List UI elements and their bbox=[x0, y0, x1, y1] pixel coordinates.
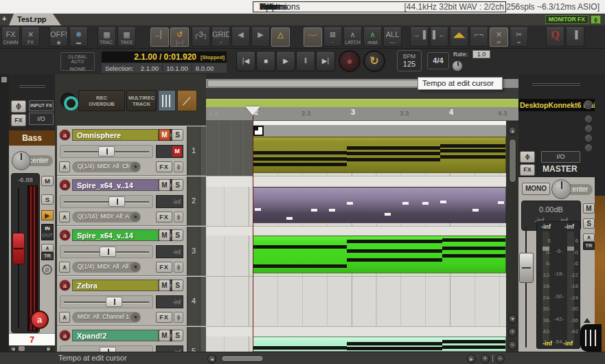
track-input-dropdown[interactable]: Q(1/16): MIDI: All: A▾ bbox=[72, 212, 141, 223]
grouping-disabled-button[interactable]: ／ bbox=[177, 90, 197, 111]
folder-button[interactable]: ∧ bbox=[59, 262, 70, 273]
new-project-tab-button[interactable]: + bbox=[2, 14, 6, 23]
mixer-grip[interactable] bbox=[19, 85, 45, 86]
track-input-dropdown[interactable]: MIDI: All: Channel 1▾ bbox=[72, 312, 141, 323]
master-mute-button[interactable]: M bbox=[583, 203, 595, 214]
record-arm-button[interactable]: a bbox=[59, 330, 71, 341]
move-edit-cursor-button[interactable]: →▏ bbox=[150, 27, 169, 47]
track-solo-button[interactable]: S bbox=[172, 229, 183, 241]
folder-button[interactable]: ∧ bbox=[59, 212, 70, 223]
master-pan-knob[interactable] bbox=[551, 179, 571, 199]
track-mute-button[interactable]: M bbox=[159, 129, 170, 141]
track-mute-button[interactable]: M bbox=[159, 179, 170, 191]
more-tools-button[interactable]: ▐ bbox=[566, 27, 584, 47]
hscroll-left-icon[interactable]: ◀ bbox=[207, 354, 216, 363]
item-properties-icon[interactable] bbox=[253, 126, 264, 136]
fx-chain-button[interactable]: FXCHAIN bbox=[1, 27, 20, 47]
midi-item-xpand[interactable] bbox=[253, 337, 506, 352]
menu-help[interactable]: Help bbox=[253, 1, 506, 12]
hscroll-right-icon[interactable]: ▶ bbox=[467, 354, 476, 363]
zoom-in-icon[interactable]: + bbox=[481, 354, 490, 363]
record-mode-indicator[interactable] bbox=[60, 93, 76, 109]
track-mute-button[interactable]: M bbox=[159, 229, 170, 241]
envelope-move-button[interactable]: ◦–◦ bbox=[304, 27, 322, 47]
track-manager-button[interactable]: ▦TRAC. bbox=[98, 27, 116, 47]
extend-item-left-button[interactable]: →▐ bbox=[410, 27, 429, 47]
master-power-button[interactable]: ϕ bbox=[520, 151, 535, 163]
master-solo-button[interactable]: S bbox=[583, 218, 595, 229]
zoom-out-icon[interactable]: − bbox=[496, 354, 505, 363]
track-fx-button[interactable]: FX bbox=[156, 312, 172, 323]
record-arm-button[interactable]: a bbox=[59, 179, 71, 191]
zoom-in-vertical-icon[interactable]: + bbox=[508, 328, 517, 337]
track-mute-button[interactable]: M bbox=[159, 330, 170, 341]
grid-settings-button[interactable]: GRID○ bbox=[212, 27, 230, 47]
pan-knob[interactable] bbox=[12, 151, 31, 170]
project-tab[interactable]: Test.rpp bbox=[9, 14, 61, 25]
mixer-solo-button[interactable]: S bbox=[41, 194, 54, 205]
dock-handle[interactable] bbox=[1, 77, 7, 82]
fx-bypass-button[interactable]: ϕ bbox=[174, 262, 183, 273]
phase-invert-button[interactable]: ø bbox=[42, 264, 52, 275]
remove-fx-button[interactable]: ✕FX bbox=[21, 27, 40, 47]
record-arm-button[interactable]: a bbox=[59, 280, 71, 291]
fx-bypass-button[interactable]: ϕ bbox=[174, 161, 183, 172]
slider-handle[interactable] bbox=[109, 196, 125, 207]
rate-knob[interactable] bbox=[452, 60, 463, 71]
master-fx-button[interactable]: FX bbox=[520, 164, 535, 176]
fx-bypass-button[interactable]: ϕ bbox=[174, 212, 183, 223]
nav-left-button[interactable]: ◀ bbox=[231, 27, 250, 47]
mixer-mute-button[interactable]: M bbox=[41, 176, 54, 186]
repeat-button[interactable]: ↻ bbox=[363, 50, 385, 72]
freeze-track-button[interactable]: ❄▬ bbox=[69, 27, 88, 47]
automation-latch-button[interactable]: ∧LATCH bbox=[343, 27, 362, 47]
mixer-toggle-icon[interactable] bbox=[580, 324, 602, 352]
track-volume-slider[interactable] bbox=[60, 145, 153, 158]
time-selection-display[interactable]: Selection: 2.1.00 10.1.00 8.0.00 bbox=[102, 63, 227, 73]
send-knob[interactable] bbox=[585, 115, 592, 122]
mixer-power-button[interactable]: ϕ bbox=[11, 100, 26, 113]
play-button[interactable]: ▶ bbox=[276, 51, 295, 71]
master-grip[interactable] bbox=[532, 85, 580, 86]
pause-button[interactable]: ‖ bbox=[296, 51, 315, 71]
route-knob[interactable] bbox=[584, 100, 593, 109]
nav-right-button[interactable]: ▶ bbox=[251, 27, 270, 47]
rate-value[interactable]: 1.0 bbox=[472, 50, 490, 58]
midi-item-spire-1[interactable] bbox=[253, 187, 506, 223]
split-items-button[interactable]: ✂▪▪ bbox=[510, 27, 528, 47]
track-input-dropdown[interactable]: Q(1/4): MIDI: All: Ch▾ bbox=[72, 161, 141, 172]
trim-read-toggle[interactable]: ∧ TR bbox=[41, 244, 54, 260]
track-volume-slider[interactable] bbox=[60, 295, 153, 308]
master-io-button[interactable]: I/O bbox=[541, 151, 580, 163]
track-name[interactable]: Spire_x64_v..14 bbox=[72, 179, 159, 191]
fx-off-button[interactable]: OFF!◉ bbox=[49, 27, 68, 47]
send-knob[interactable] bbox=[585, 125, 592, 132]
folder-button[interactable]: ∧ bbox=[59, 161, 70, 172]
swap-items-button[interactable]: ✕⇄ bbox=[490, 27, 508, 47]
master-volume-fader[interactable] bbox=[519, 253, 534, 283]
track-fx-button[interactable]: FX bbox=[156, 262, 172, 273]
quantize-button[interactable]: Q bbox=[546, 27, 564, 47]
transport-time-display[interactable]: 2.1.00 / 0:01.920 [Stopped] bbox=[102, 52, 227, 62]
envelope-delete-button[interactable]: ⊠◦ bbox=[323, 27, 342, 47]
mixer-record-arm-button[interactable]: a bbox=[30, 310, 49, 329]
track-solo-button[interactable]: S bbox=[172, 179, 183, 191]
midi-item-spire-2[interactable] bbox=[253, 236, 506, 273]
track-name[interactable]: Zebra bbox=[72, 280, 159, 291]
mixer-grip[interactable] bbox=[19, 87, 45, 88]
track-name[interactable]: Xpand!2 bbox=[72, 330, 159, 341]
in-out-toggle[interactable]: IN OUT bbox=[41, 224, 54, 240]
input-fx-button[interactable]: INPUT FX bbox=[29, 100, 54, 111]
track-name[interactable]: Spire_x64_v..14 bbox=[72, 229, 159, 241]
rec-overdub-button[interactable]: REC OVERDUB bbox=[78, 90, 125, 111]
hscroll-thumb[interactable] bbox=[221, 355, 264, 362]
folder-button[interactable]: ∧ bbox=[59, 312, 70, 323]
mixer-io-button[interactable]: I/O bbox=[29, 113, 54, 125]
fade-items-button[interactable]: ◢◣ bbox=[450, 27, 468, 47]
send-knob[interactable] bbox=[585, 135, 592, 141]
midi-item-omnisphere[interactable] bbox=[253, 137, 506, 173]
slider-handle[interactable] bbox=[106, 297, 122, 307]
triplet-grid-button[interactable]: ┌3┐ bbox=[192, 27, 210, 47]
extend-item-right-button[interactable]: ▌← bbox=[430, 27, 448, 47]
monitor-fx-power-icon[interactable]: ϕ bbox=[591, 15, 601, 24]
